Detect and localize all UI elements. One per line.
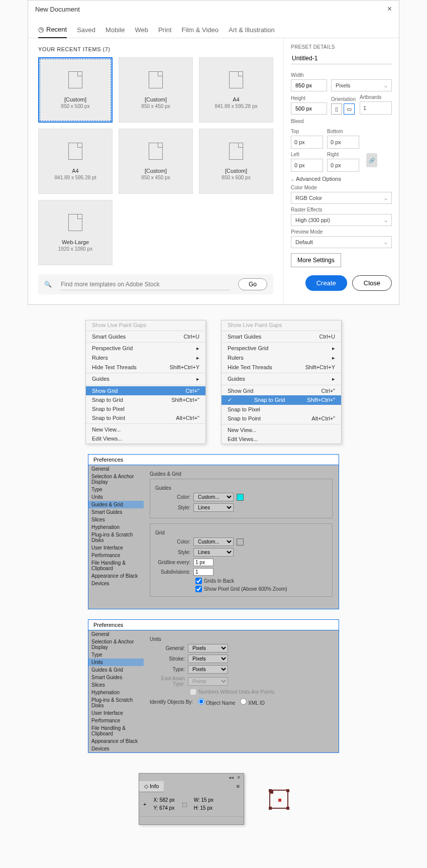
menu-item[interactable]: Snap to PointAlt+Ctrl+"	[86, 413, 205, 422]
menu-item[interactable]: Smart GuidesCtrl+U	[86, 332, 205, 341]
preset-item[interactable]: Web-Large1920 x 1080 px	[38, 200, 113, 265]
grid-color-swatch[interactable]	[237, 538, 244, 546]
bleed-bottom[interactable]: 0 px	[327, 136, 359, 149]
color-mode-select[interactable]: RGB Color⌵	[291, 192, 392, 204]
reference-point-icon[interactable]	[269, 790, 288, 809]
prefs-side-item[interactable]: Guides & Grid	[88, 501, 144, 508]
menu-item[interactable]: Guides▸	[86, 374, 205, 384]
close-button[interactable]: Close	[352, 275, 392, 291]
template-search-input[interactable]	[60, 279, 230, 290]
subdivisions-input[interactable]	[193, 568, 214, 576]
show-pixel-grid-checkbox[interactable]	[195, 586, 202, 592]
prefs-side-item[interactable]: Hyphenation	[88, 689, 144, 696]
grid-color-select[interactable]: Custom...	[193, 537, 234, 546]
prefs-side-item[interactable]: Appearance of Black	[88, 737, 144, 745]
prefs-side-item[interactable]: File Handling & Clipboard	[88, 724, 144, 737]
prefs-side-item[interactable]: User Interface	[88, 709, 144, 717]
menu-item[interactable]: Snap to PointAlt+Ctrl+"	[222, 414, 341, 423]
menu-item[interactable]: Snap to Pixel	[222, 405, 341, 414]
units-general-select[interactable]: Pixels	[188, 644, 228, 653]
info-tab[interactable]: ◇ Info	[139, 781, 164, 792]
bleed-top[interactable]: 0 px	[291, 136, 323, 149]
prefs-side-item[interactable]: Smart Guides	[88, 508, 144, 516]
menu-item[interactable]: Guides▸	[222, 374, 341, 384]
prefs-side-item[interactable]: Smart Guides	[88, 674, 144, 681]
identify-xml-id-radio[interactable]	[240, 698, 247, 705]
menu-item[interactable]: Hide Text ThreadsShift+Ctrl+Y	[86, 363, 205, 372]
menu-item[interactable]: Snap to Pixel	[86, 404, 205, 413]
tab-mobile[interactable]: Mobile	[105, 22, 125, 38]
prefs-side-item[interactable]: Devices	[88, 580, 144, 587]
prefs-side-item[interactable]: Selection & Anchor Display	[88, 638, 144, 651]
prefs-side-item[interactable]: Devices	[88, 745, 144, 752]
gridline-every-input[interactable]	[193, 559, 214, 566]
bleed-left[interactable]: 0 px	[291, 159, 323, 172]
more-settings-button[interactable]: More Settings	[291, 253, 341, 267]
tab-film-video[interactable]: Film & Video	[182, 22, 219, 38]
menu-item[interactable]: Hide Text ThreadsShift+Ctrl+Y	[222, 363, 341, 372]
prefs-side-item[interactable]: Units	[88, 493, 144, 501]
orientation-landscape[interactable]: ▭	[344, 103, 355, 115]
prefs-side-item[interactable]: File Handling & Clipboard	[88, 559, 144, 572]
guides-color-select[interactable]: Custom...	[193, 493, 234, 501]
panel-close-icon[interactable]: ✕	[237, 775, 241, 780]
prefs-side-item[interactable]: Slices	[88, 681, 144, 689]
units-stroke-select[interactable]: Pixels	[188, 655, 228, 663]
close-icon[interactable]: ×	[387, 5, 392, 14]
menu-item[interactable]: ✓ Snap to GridShift+Ctrl+"	[222, 395, 341, 405]
tab-saved[interactable]: Saved	[77, 22, 95, 38]
prefs-side-item[interactable]: Type	[88, 486, 144, 493]
grids-in-back-checkbox[interactable]	[195, 578, 202, 584]
preset-item[interactable]: [Custom]850 x 600 px	[199, 129, 273, 194]
tab-art-illustration[interactable]: Art & Illustration	[229, 22, 275, 38]
prefs-side-item[interactable]: Slices	[88, 516, 144, 523]
link-bleed-icon[interactable]: 🔗	[366, 153, 377, 167]
menu-item[interactable]: Edit Views...	[222, 435, 341, 444]
advanced-options-toggle[interactable]: ⌵Advanced Options	[291, 176, 392, 182]
create-button[interactable]: Create	[305, 275, 347, 291]
prefs-side-item[interactable]: Hyphenation	[88, 523, 144, 531]
tab-print[interactable]: Print	[158, 22, 172, 38]
grid-style-select[interactable]: Lines	[193, 548, 234, 557]
menu-item[interactable]: Show GridCtrl+"	[222, 386, 341, 395]
preset-item[interactable]: A4841.89 x 595.28 px	[199, 57, 273, 123]
prefs-side-item[interactable]: Performance	[88, 717, 144, 724]
menu-item[interactable]: New View...	[222, 425, 341, 435]
prefs-side-item[interactable]: Appearance of Black	[88, 572, 144, 580]
prefs-side-item[interactable]: General	[88, 465, 144, 473]
menu-item[interactable]: Edit Views...	[86, 434, 205, 443]
menu-item[interactable]: Snap to GridShift+Ctrl+"	[86, 395, 205, 404]
prefs-side-item[interactable]: Guides & Grid	[88, 666, 144, 674]
menu-item[interactable]: Perspective Grid▸	[222, 344, 341, 353]
units-select[interactable]: Pixels⌵	[331, 79, 392, 91]
identify-object-name-radio[interactable]	[198, 698, 204, 705]
prefs-side-item[interactable]: Plug-ins & Scratch Disks	[88, 531, 144, 544]
prefs-side-item[interactable]: User Interface	[88, 544, 144, 552]
bleed-right[interactable]: 0 px	[327, 159, 359, 172]
preset-item[interactable]: [Custom]850 x 500 px	[38, 57, 113, 123]
prefs-side-item[interactable]: General	[88, 630, 144, 638]
collapse-icon[interactable]: ◂◂	[229, 775, 234, 780]
menu-item[interactable]: Rulers▸	[222, 353, 341, 363]
document-name-input[interactable]	[291, 53, 392, 64]
menu-item[interactable]: Rulers▸	[86, 353, 205, 363]
menu-item[interactable]: Perspective Grid▸	[86, 344, 205, 353]
preset-item[interactable]: [Custom]850 x 450 px	[119, 129, 193, 194]
orientation-portrait[interactable]: ▯	[331, 103, 342, 115]
panel-menu-icon[interactable]: ≡	[233, 781, 244, 791]
artboards-input[interactable]: 1	[360, 101, 392, 115]
menu-item[interactable]: Smart GuidesCtrl+U	[222, 332, 341, 341]
guides-color-swatch[interactable]	[237, 494, 244, 501]
menu-item[interactable]: New View...	[86, 425, 205, 434]
width-input[interactable]	[291, 79, 327, 91]
prefs-side-item[interactable]: Units	[88, 659, 144, 666]
preset-item[interactable]: [Custom]850 x 450 px	[119, 57, 193, 123]
prefs-side-item[interactable]: Performance	[88, 552, 144, 559]
guides-style-select[interactable]: Lines	[193, 503, 234, 512]
height-input[interactable]	[291, 102, 327, 115]
units-type-select[interactable]: Pixels	[188, 665, 228, 674]
tab-web[interactable]: Web	[135, 22, 148, 38]
tab-recent[interactable]: ◷ Recent	[38, 22, 67, 38]
menu-item[interactable]: Show GridCtrl+"	[86, 386, 205, 395]
prefs-side-item[interactable]: Type	[88, 651, 144, 659]
